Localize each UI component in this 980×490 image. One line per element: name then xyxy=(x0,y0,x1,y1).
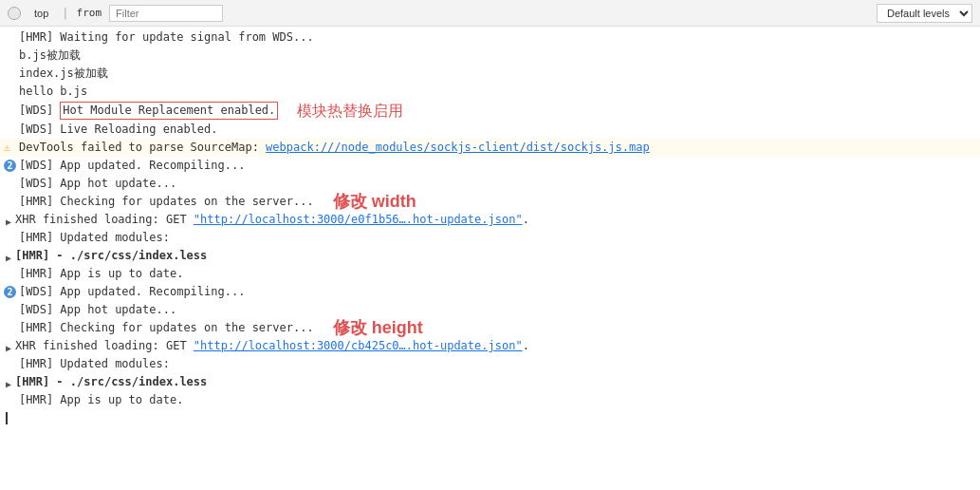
log-text: [HMR] Updated modules: xyxy=(19,356,170,372)
log-text: b.js被加载 xyxy=(19,47,81,64)
log-line: [HMR] Waiting for update signal from WDS… xyxy=(0,28,980,47)
expand-arrow-icon: ▶ xyxy=(6,214,11,230)
log-line: [HMR] App is up to date. xyxy=(0,265,980,283)
log-line: [WDS] Live Reloading enabled. xyxy=(0,121,980,139)
log-text: [HMR] - ./src/css/index.less xyxy=(15,374,207,390)
log-text: XHR finished loading: GET xyxy=(15,338,194,354)
xhr-link-2[interactable]: "http://localhost:3000/cb425c0….hot-upda… xyxy=(194,338,523,354)
expand-arrow-icon: ▶ xyxy=(6,376,11,392)
from-label: from xyxy=(77,7,102,19)
expand-arrow-icon: ▶ xyxy=(6,340,11,356)
xhr-link-1[interactable]: "http://localhost:3000/e0f1b56….hot-upda… xyxy=(194,212,523,228)
log-area: [HMR] Waiting for update signal from WDS… xyxy=(0,27,980,428)
log-text: hello b.js xyxy=(19,84,87,100)
log-text: index.js被加载 xyxy=(19,66,108,82)
log-text: [HMR] Waiting for update signal from WDS… xyxy=(19,29,314,46)
hmr-less-line-2[interactable]: ▶ [HMR] - ./src/css/index.less xyxy=(0,373,980,391)
toolbar-separator: | xyxy=(62,7,68,20)
log-text: [HMR] - ./src/css/index.less xyxy=(15,248,207,264)
hmr-highlight-line: [WDS] Hot Module Replacement enabled. 模块… xyxy=(0,101,980,121)
width-annotation: 修改 width xyxy=(333,194,416,210)
clear-icon[interactable] xyxy=(8,7,21,20)
log-line: [HMR] App is up to date. xyxy=(0,391,980,409)
log-text: [WDS] App hot update... xyxy=(19,176,176,192)
hmr-highlighted-text: Hot Module Replacement enabled. xyxy=(60,102,278,120)
log-text: . xyxy=(523,338,529,354)
log-text: [HMR] Checking for updates on the server… xyxy=(19,194,314,210)
log-text: [HMR] App is up to date. xyxy=(19,266,183,282)
log-line: index.js被加载 xyxy=(0,65,980,83)
hmr-less-line-1[interactable]: ▶ [HMR] - ./src/css/index.less xyxy=(0,247,980,265)
log-line: b.js被加载 xyxy=(0,47,980,65)
filter-input[interactable] xyxy=(109,5,223,22)
log-text: [WDS] Live Reloading enabled. xyxy=(19,122,218,138)
log-line: [WDS] App hot update... xyxy=(0,301,980,319)
log-text: . xyxy=(523,212,529,228)
log-text: [WDS] App hot update... xyxy=(19,302,176,318)
warning-line: DevTools failed to parse SourceMap: webp… xyxy=(0,139,980,157)
log-text: XHR finished loading: GET xyxy=(15,212,194,228)
cursor xyxy=(6,412,8,424)
width-annotation-line: [HMR] Checking for updates on the server… xyxy=(0,193,980,211)
log-text: [HMR] Checking for updates on the server… xyxy=(19,320,314,336)
console-container[interactable]: top | from Default levels [HMR] Waiting … xyxy=(0,0,980,490)
toolbar: top | from Default levels xyxy=(0,0,980,27)
log-line: [HMR] Updated modules: xyxy=(0,229,980,247)
wds-prefix: [WDS] xyxy=(19,103,60,119)
xhr-line-1[interactable]: ▶ XHR finished loading: GET "http://loca… xyxy=(0,211,980,229)
cursor-line xyxy=(0,409,980,426)
xhr-line-2[interactable]: ▶ XHR finished loading: GET "http://loca… xyxy=(0,337,980,355)
numbered-line-2: [WDS] App updated. Recompiling... xyxy=(0,283,980,301)
log-line: [WDS] App hot update... xyxy=(0,175,980,193)
log-text: [HMR] App is up to date. xyxy=(19,392,183,408)
numbered-line-1: [WDS] App updated. Recompiling... xyxy=(0,157,980,175)
log-text: [HMR] Updated modules: xyxy=(19,230,170,246)
hmr-annotation: 模块热替换启用 xyxy=(297,103,403,119)
height-annotation: 修改 height xyxy=(333,320,423,336)
log-text: [WDS] App updated. Recompiling... xyxy=(19,284,245,300)
sourcemap-link[interactable]: webpack:///node_modules/sockjs-client/di… xyxy=(266,140,650,156)
log-text: DevTools failed to parse SourceMap: xyxy=(19,140,266,156)
top-button[interactable]: top xyxy=(28,6,54,21)
expand-arrow-icon: ▶ xyxy=(6,250,11,266)
log-text: [WDS] App updated. Recompiling... xyxy=(19,158,245,174)
log-line: [HMR] Updated modules: xyxy=(0,355,980,373)
height-annotation-line: [HMR] Checking for updates on the server… xyxy=(0,319,980,337)
level-select[interactable]: Default levels xyxy=(877,4,972,23)
log-line: hello b.js xyxy=(0,83,980,101)
